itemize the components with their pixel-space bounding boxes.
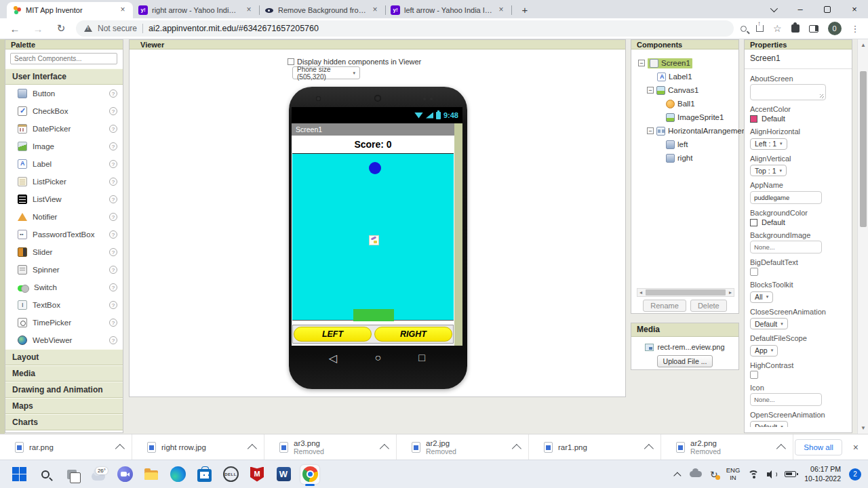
property-dropdown[interactable]: Left : 1▾ — [750, 138, 787, 150]
download-menu-chevron-icon[interactable] — [248, 444, 257, 453]
browser-menu-icon[interactable]: ⋮ — [851, 24, 860, 34]
download-item[interactable]: rar.png — [0, 434, 132, 460]
help-icon[interactable]: ? — [109, 142, 117, 150]
help-icon[interactable]: ? — [109, 213, 117, 221]
battery-tray-icon[interactable] — [785, 471, 796, 477]
help-icon[interactable]: ? — [109, 301, 117, 309]
volume-icon[interactable] — [767, 470, 776, 479]
word-taskbar-icon[interactable]: W — [274, 465, 293, 484]
mcafee-taskbar-icon[interactable]: M — [248, 465, 267, 484]
left-button[interactable]: LEFT — [294, 327, 372, 342]
property-input[interactable] — [750, 191, 822, 204]
tree-item-horizontalarrangement1[interactable]: −HorizontalArrangement1 — [631, 124, 738, 138]
browser-tab[interactable]: Remove Background from Image× — [259, 2, 385, 18]
color-picker[interactable]: Default — [750, 218, 846, 226]
file-picker[interactable]: None... — [750, 241, 822, 253]
close-window-button[interactable]: × — [841, 0, 868, 18]
show-all-downloads-button[interactable]: Show all — [795, 439, 842, 455]
download-menu-chevron-icon[interactable] — [776, 444, 786, 453]
help-icon[interactable]: ? — [109, 160, 117, 168]
download-menu-chevron-icon[interactable] — [644, 444, 654, 453]
collapse-icon[interactable]: − — [638, 60, 645, 66]
section-media[interactable]: Media — [5, 365, 123, 382]
palette-item-webviewer[interactable]: WebViewer? — [5, 331, 123, 349]
home-nav-icon[interactable]: ○ — [374, 352, 381, 364]
palette-item-label[interactable]: Label? — [5, 155, 123, 173]
help-icon[interactable]: ? — [109, 195, 117, 203]
onedrive-icon[interactable] — [690, 471, 702, 477]
property-dropdown[interactable]: Top : 1▾ — [750, 165, 787, 176]
help-icon[interactable]: ? — [109, 178, 117, 186]
help-icon[interactable]: ? — [109, 230, 117, 239]
collapse-icon[interactable]: − — [647, 127, 654, 134]
minimize-button[interactable]: – — [787, 0, 814, 18]
palette-item-button[interactable]: Button? — [5, 85, 123, 102]
file-picker[interactable]: None... — [750, 393, 822, 406]
close-tab-icon[interactable]: × — [118, 5, 127, 15]
image-sprite[interactable] — [369, 235, 379, 245]
reload-button[interactable]: ↻ — [53, 22, 69, 35]
download-item[interactable]: right rrow.jpg — [132, 434, 264, 460]
delete-button[interactable]: Delete — [690, 300, 727, 312]
start-taskbar-icon[interactable] — [9, 465, 28, 484]
help-icon[interactable]: ? — [109, 107, 117, 115]
recents-nav-icon[interactable]: □ — [418, 352, 425, 364]
ball-sprite[interactable] — [369, 162, 381, 174]
display-hidden-checkbox[interactable] — [288, 58, 294, 65]
palette-item-passwordtextbox[interactable]: PasswordTextBox? — [5, 226, 123, 243]
help-icon[interactable]: ? — [109, 89, 117, 98]
palette-item-checkbox[interactable]: CheckBox? — [5, 102, 123, 120]
rename-button[interactable]: Rename — [643, 300, 686, 312]
browser-tab[interactable]: y!left arrow - Yahoo India Image Se× — [385, 2, 511, 18]
phone-size-dropdown[interactable]: Phone size (505,320) ▾ — [292, 66, 360, 79]
download-menu-chevron-icon[interactable] — [115, 444, 125, 453]
aboutscreen-textarea[interactable] — [750, 84, 826, 100]
download-item[interactable]: ar2.pngRemoved — [661, 434, 793, 460]
chat-taskbar-icon[interactable] — [115, 465, 134, 484]
edge-taskbar-icon[interactable] — [168, 465, 187, 484]
help-icon[interactable]: ? — [109, 283, 117, 291]
form-area[interactable]: Score: 0 LEFT RIGHT — [292, 136, 454, 346]
horizontal-arrangement[interactable]: LEFT RIGHT — [292, 325, 454, 344]
palette-item-datepicker[interactable]: DatePicker? — [5, 120, 123, 138]
download-menu-chevron-icon[interactable] — [380, 444, 389, 453]
taskview-taskbar-icon[interactable] — [62, 465, 81, 484]
scroll-left-icon[interactable]: ◂ — [637, 289, 644, 296]
help-icon[interactable]: ? — [109, 336, 117, 344]
palette-item-slider[interactable]: Slider? — [5, 243, 123, 261]
share-icon[interactable] — [756, 25, 764, 32]
zoom-icon[interactable] — [741, 26, 747, 32]
close-tab-icon[interactable]: × — [370, 5, 380, 15]
tree-item-screen1[interactable]: −Screen1 — [631, 56, 738, 70]
section-charts[interactable]: Charts — [5, 414, 123, 430]
palette-item-notifier[interactable]: Notifier? — [5, 208, 123, 226]
download-item[interactable]: rar1.png — [529, 434, 661, 460]
palette-item-spinner[interactable]: Spinner? — [5, 261, 123, 279]
address-bar[interactable]: Not secure ai2.appinventor.mit.edu/#6342… — [76, 20, 734, 37]
browser-tab[interactable]: y!right arrow - Yahoo India Image S× — [133, 2, 259, 18]
maximize-button[interactable] — [814, 0, 841, 18]
tree-item-canvas1[interactable]: −Canvas1 — [631, 83, 738, 97]
section-maps[interactable]: Maps — [5, 398, 123, 414]
collapse-icon[interactable]: − — [647, 87, 654, 94]
palette-item-listview[interactable]: ListView? — [5, 190, 123, 208]
explorer-taskbar-icon[interactable] — [142, 465, 161, 484]
palette-item-image[interactable]: Image? — [5, 138, 123, 155]
search-components-input[interactable] — [10, 53, 117, 64]
property-dropdown[interactable]: App▾ — [750, 345, 778, 357]
sync-icon[interactable]: ↻ — [710, 470, 718, 479]
game-canvas[interactable] — [292, 153, 454, 321]
color-picker[interactable]: Default — [750, 115, 846, 123]
property-dropdown[interactable]: All▾ — [750, 291, 773, 303]
url-text[interactable]: ai2.appinventor.mit.edu/#634267165720576… — [149, 24, 319, 33]
store-taskbar-icon[interactable] — [195, 465, 214, 484]
media-file-item[interactable]: rect-rem...eview.png — [631, 343, 738, 351]
palette-item-timepicker[interactable]: TimePicker? — [5, 314, 123, 331]
scrollbar-thumb[interactable] — [646, 289, 726, 296]
palette-item-listpicker[interactable]: ListPicker? — [5, 173, 123, 190]
back-nav-icon[interactable]: ◁ — [329, 352, 337, 365]
property-checkbox[interactable] — [750, 371, 758, 379]
search-taskbar-icon[interactable] — [36, 465, 55, 484]
score-label[interactable]: Score: 0 — [292, 136, 454, 153]
help-icon[interactable]: ? — [109, 266, 117, 274]
